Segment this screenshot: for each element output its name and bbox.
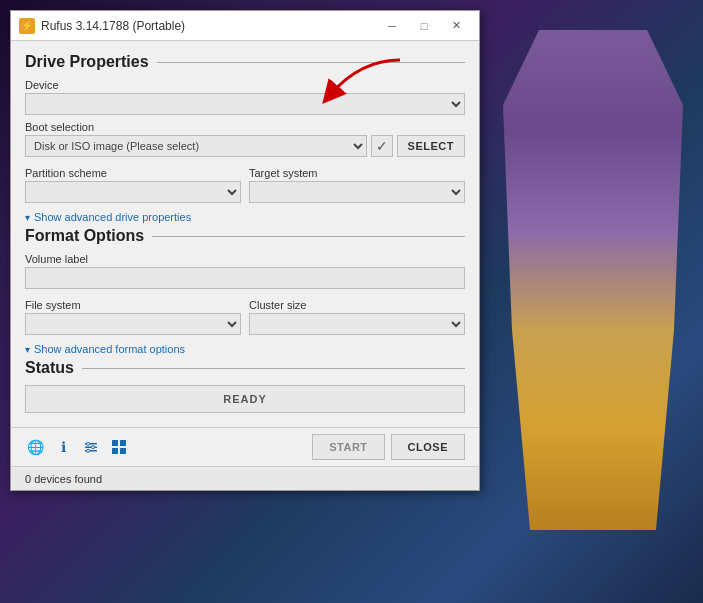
select-button[interactable]: SELECT: [397, 135, 465, 157]
drive-properties-divider: [157, 62, 465, 63]
window-close-button[interactable]: ✕: [441, 16, 471, 36]
svg-point-4: [87, 442, 90, 445]
partition-scheme-label: Partition scheme: [25, 167, 241, 179]
window-title: Rufus 3.14.1788 (Portable): [41, 19, 377, 33]
format-options-header: Format Options: [25, 227, 465, 245]
device-select[interactable]: [25, 93, 465, 115]
svg-rect-10: [120, 448, 126, 454]
status-divider: [82, 368, 465, 369]
svg-point-6: [87, 449, 90, 452]
cluster-size-select[interactable]: [249, 313, 465, 335]
status-bar-container: READY: [25, 385, 465, 413]
window-content: Drive Properties Device Boot selection D…: [11, 41, 479, 427]
bottom-bar: 🌐 ℹ S: [11, 427, 479, 466]
close-button[interactable]: CLOSE: [391, 434, 465, 460]
chevron-down-icon-2: ▾: [25, 344, 30, 355]
format-options-divider: [152, 236, 465, 237]
start-button[interactable]: START: [312, 434, 384, 460]
bottom-icon-group: 🌐 ℹ: [25, 437, 129, 457]
target-system-select[interactable]: [249, 181, 465, 203]
status-footer: 0 devices found: [11, 466, 479, 490]
svg-point-5: [92, 446, 95, 449]
maximize-button[interactable]: □: [409, 16, 439, 36]
boot-selection-row: Disk or ISO image (Please select) ✓ SELE…: [25, 135, 465, 157]
advanced-drive-label: Show advanced drive properties: [34, 211, 191, 223]
filesystem-cluster-row: File system Cluster size: [25, 293, 465, 335]
file-system-select[interactable]: [25, 313, 241, 335]
file-system-label: File system: [25, 299, 241, 311]
svg-rect-8: [120, 440, 126, 446]
boot-selection-select[interactable]: Disk or ISO image (Please select): [25, 135, 367, 157]
cluster-size-label: Cluster size: [249, 299, 465, 311]
devices-found-text: 0 devices found: [25, 473, 102, 485]
window-controls: ─ □ ✕: [377, 16, 471, 36]
settings-icon[interactable]: [81, 437, 101, 457]
status-header: Status: [25, 359, 465, 377]
advanced-drive-toggle[interactable]: ▾ Show advanced drive properties: [25, 211, 465, 223]
volume-label-input[interactable]: [25, 267, 465, 289]
partition-target-row: Partition scheme Target system: [25, 161, 465, 203]
info-icon[interactable]: ℹ: [53, 437, 73, 457]
volume-label-label: Volume label: [25, 253, 465, 265]
status-text: READY: [223, 393, 267, 405]
device-label: Device: [25, 79, 465, 91]
status-bar: READY: [25, 385, 465, 413]
advanced-format-label: Show advanced format options: [34, 343, 185, 355]
svg-rect-9: [112, 448, 118, 454]
chevron-down-icon: ▾: [25, 212, 30, 223]
background-figure: [443, 0, 703, 603]
partition-scheme-select[interactable]: [25, 181, 241, 203]
title-bar: Rufus 3.14.1788 (Portable) ─ □ ✕: [11, 11, 479, 41]
boot-selection-label: Boot selection: [25, 121, 465, 133]
svg-rect-7: [112, 440, 118, 446]
target-system-label: Target system: [249, 167, 465, 179]
filesystem-col: File system: [25, 293, 241, 335]
device-row: [25, 93, 465, 115]
drive-properties-header: Drive Properties: [25, 53, 465, 71]
partition-scheme-col: Partition scheme: [25, 161, 241, 203]
drive-properties-title: Drive Properties: [25, 53, 149, 71]
format-options-title: Format Options: [25, 227, 144, 245]
globe-icon[interactable]: 🌐: [25, 437, 45, 457]
app-icon: [19, 18, 35, 34]
cluster-size-col: Cluster size: [249, 293, 465, 335]
advanced-format-toggle[interactable]: ▾ Show advanced format options: [25, 343, 465, 355]
main-window: Rufus 3.14.1788 (Portable) ─ □ ✕ Drive P…: [10, 10, 480, 491]
target-system-col: Target system: [249, 161, 465, 203]
minimize-button[interactable]: ─: [377, 16, 407, 36]
check-icon[interactable]: ✓: [371, 135, 393, 157]
status-title: Status: [25, 359, 74, 377]
grid-icon[interactable]: [109, 437, 129, 457]
